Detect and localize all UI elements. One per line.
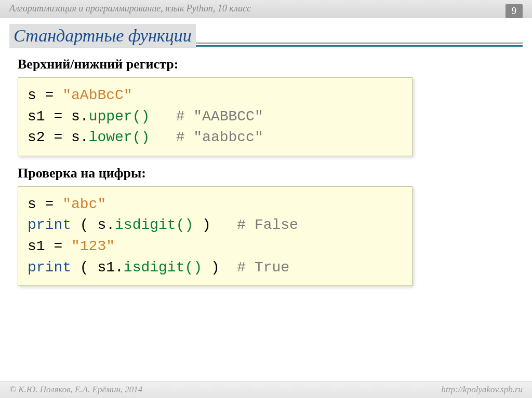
section-heading-case: Верхний/нижний регистр: (18, 57, 514, 72)
page-number: 9 (506, 4, 523, 18)
footer: © К.Ю. Поляков, Е.А. Ерёмин, 2014 http:/… (0, 381, 532, 398)
slide-title: Стандартные функции (14, 26, 192, 45)
code-line: s2 = s.lower() # "aabbcc" (28, 127, 403, 148)
course-title: Алгоритмизация и программирование, язык … (9, 3, 251, 13)
code-block-digits: s = "abc" print ( s.isdigit() ) # False … (18, 186, 413, 286)
code-line: print ( s1.isdigit() ) # True (28, 257, 403, 279)
code-block-case: s = "aAbBcC" s1 = s.upper() # "AABBCC" s… (18, 77, 413, 156)
code-line: s = "aAbBcC" (28, 85, 403, 106)
code-line: s1 = s.upper() # "AABBCC" (28, 106, 403, 128)
title-rule (196, 43, 523, 47)
code-line: s = "abc" (28, 194, 403, 215)
copyright: © К.Ю. Поляков, Е.А. Ерёмин, 2014 (9, 385, 142, 395)
footer-url: http://kpolyakov.spb.ru (442, 385, 523, 395)
code-line: s1 = "123" (28, 236, 403, 257)
section-heading-digits: Проверка на цифры: (18, 166, 514, 181)
breadcrumb-header: Алгоритмизация и программирование, язык … (0, 0, 532, 18)
slide-title-box: Стандартные функции (9, 24, 196, 48)
code-line: print ( s.isdigit() ) # False (28, 215, 403, 236)
